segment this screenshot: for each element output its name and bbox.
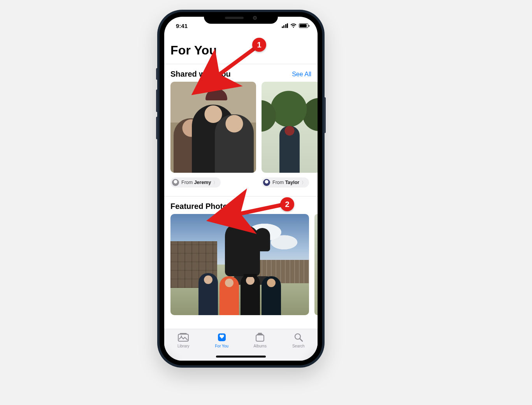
volume-up-button [156, 89, 158, 112]
notch [204, 12, 278, 24]
svg-rect-4 [256, 335, 264, 341]
shared-photo-thumbnail[interactable] [262, 82, 318, 173]
tab-label: Library [170, 344, 197, 348]
page-title: For You [170, 43, 311, 58]
for-you-icon [208, 332, 235, 342]
svg-line-8 [300, 339, 302, 342]
featured-photos-heading: Featured Photos [170, 202, 232, 211]
shared-photo-thumbnail[interactable] [170, 82, 256, 173]
svg-rect-1 [180, 333, 187, 335]
shared-with-you-row[interactable]: From Jeremy 〉 From Taylor [170, 82, 318, 188]
avatar [172, 179, 179, 186]
avatar [263, 179, 270, 186]
content-scroll[interactable]: For You Shared with You See All [164, 35, 318, 329]
tab-albums[interactable]: Albums [246, 332, 274, 348]
shared-photo-card[interactable]: From Taylor 〉 [262, 82, 318, 188]
featured-photo[interactable] [170, 214, 309, 315]
cellular-signal-icon [282, 23, 288, 28]
shared-photo-card[interactable]: From Jeremy 〉 [170, 82, 256, 188]
from-label: From Jeremy [181, 180, 211, 185]
albums-icon [246, 332, 274, 342]
tab-label: Albums [246, 344, 274, 348]
tab-for-you[interactable]: For You [208, 332, 235, 348]
home-indicator[interactable] [216, 356, 266, 358]
chevron-right-icon: 〉 [213, 180, 218, 186]
from-label: From Taylor [272, 180, 299, 185]
tab-label: Search [285, 344, 312, 348]
see-all-link[interactable]: See All [292, 71, 311, 78]
shared-with-you-heading: Shared with You [170, 70, 231, 79]
tab-library[interactable]: Library [170, 332, 197, 348]
wifi-icon [290, 23, 297, 29]
shared-from-pill[interactable]: From Taylor 〉 [262, 177, 309, 188]
svg-rect-6 [258, 333, 262, 334]
shared-from-pill[interactable]: From Jeremy 〉 [170, 177, 221, 188]
tab-bar: Library For You Albums [164, 329, 318, 361]
search-icon [285, 332, 312, 342]
battery-icon [299, 23, 308, 28]
featured-photos-row[interactable] [170, 214, 318, 315]
library-icon [170, 332, 197, 342]
phone-bezel: 9:41 For You Shared with You [160, 12, 322, 365]
earpiece-speaker [225, 17, 244, 19]
power-button [324, 97, 326, 133]
featured-photo-peek[interactable] [314, 214, 318, 315]
status-time: 9:41 [176, 23, 188, 29]
volume-down-button [156, 117, 158, 139]
front-camera [253, 16, 257, 20]
tab-label: For You [208, 344, 235, 348]
tab-search[interactable]: Search [285, 332, 312, 348]
chevron-right-icon: 〉 [302, 180, 306, 186]
svg-rect-5 [257, 334, 263, 335]
phone-frame: 9:41 For You Shared with You [157, 10, 325, 368]
mute-switch [156, 68, 158, 80]
svg-rect-0 [178, 334, 188, 341]
screen: 9:41 For You Shared with You [164, 17, 318, 361]
svg-point-2 [181, 335, 182, 337]
